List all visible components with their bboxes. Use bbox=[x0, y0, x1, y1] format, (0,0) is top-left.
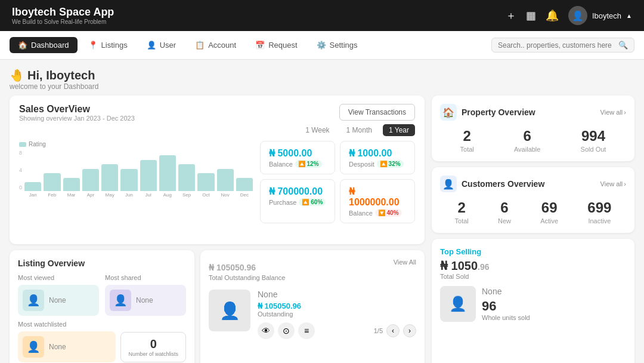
calendar-icon[interactable]: ▦ bbox=[526, 9, 536, 22]
property-available-label: Available bbox=[514, 146, 540, 153]
bar-group: Feb bbox=[44, 173, 60, 198]
customers-total-label: Total bbox=[455, 217, 469, 224]
balance-item-thumb: 👤 bbox=[209, 290, 250, 331]
y-label-8: 8 bbox=[19, 150, 22, 156]
bar-x-label: Oct bbox=[202, 192, 209, 198]
metric-balance2-label: Balance 🔽 40% bbox=[349, 209, 406, 217]
most-shared-thumb: 👤 bbox=[110, 290, 131, 311]
metric-deposit-badge: 🔼 32% bbox=[377, 160, 404, 168]
user-profile[interactable]: 👤 Iboytech ▲ bbox=[568, 6, 632, 25]
search-input[interactable] bbox=[498, 41, 615, 50]
customers-overview-card: 👤 Customers Overview View all › 2 Total … bbox=[432, 167, 634, 233]
top-selling-thumb: 👤 bbox=[440, 286, 476, 322]
metric-deposit-label: Desposit 🔼 32% bbox=[349, 160, 406, 168]
top-selling-units: 96 bbox=[482, 299, 530, 314]
filter-1year[interactable]: 1 Year bbox=[383, 124, 415, 136]
nav-item-dashboard[interactable]: 🏠 Dashboard bbox=[10, 37, 78, 53]
balance-decimal: .96 bbox=[244, 263, 256, 272]
notification-icon[interactable]: 🔔 bbox=[546, 9, 559, 22]
nav-label-dashboard: Dashboard bbox=[31, 41, 69, 50]
most-viewed-thumb: 👤 bbox=[23, 290, 44, 311]
navigation: 🏠 Dashboard 📍 Listings 👤 User 📋 Account … bbox=[0, 31, 644, 60]
nav-item-listings[interactable]: 📍 Listings bbox=[80, 37, 136, 53]
bar-x-label: Jun bbox=[125, 192, 133, 198]
listing-overview-card: Listing Overview Most viewed 👤 None Most… bbox=[10, 250, 194, 363]
avatar: 👤 bbox=[568, 6, 587, 25]
sales-overview-card: Sales OverView Showing overview Jan 2023… bbox=[10, 96, 425, 244]
view-icon-btn[interactable]: ⊙ bbox=[278, 322, 295, 339]
customers-active: 69 Active bbox=[540, 199, 558, 224]
balance-view-all[interactable]: View All bbox=[394, 259, 416, 266]
view-transactions-button[interactable]: View Transactions bbox=[339, 104, 415, 121]
header-actions: ＋ ▦ 🔔 👤 Iboytech ▲ bbox=[506, 6, 632, 25]
chevron-right-icon: › bbox=[624, 109, 626, 116]
nav-label-user: User bbox=[160, 41, 176, 50]
y-label-0: 0 bbox=[19, 184, 22, 190]
property-header: 🏠 Property Overview View all › bbox=[440, 104, 626, 121]
customers-chevron-right-icon: › bbox=[624, 180, 626, 187]
list-icon-btn[interactable]: ≡ bbox=[298, 322, 315, 339]
metric-balance-badge: 🔼 12% bbox=[295, 160, 322, 168]
property-available-value: 6 bbox=[514, 128, 540, 144]
most-shared-item: 👤 None bbox=[105, 285, 186, 316]
watchlisted-name: None bbox=[49, 343, 66, 351]
pagination-next[interactable]: › bbox=[403, 324, 416, 337]
app-tagline: We Build to Solve Real-life Problem bbox=[12, 19, 114, 25]
watchlisted-thumb: 👤 bbox=[23, 336, 44, 358]
add-icon[interactable]: ＋ bbox=[506, 8, 516, 23]
nav-label-listings: Listings bbox=[101, 41, 128, 50]
pagination-text: 1/5 bbox=[374, 327, 383, 334]
greeting-title: 🤚 Hi, Iboytech bbox=[10, 68, 634, 82]
top-selling-info: None 96 Whole units sold bbox=[482, 287, 530, 321]
bar-group: Mar bbox=[63, 178, 80, 198]
customers-icon: 👤 bbox=[440, 176, 457, 192]
bar-group: Jan bbox=[24, 182, 41, 198]
balance-amount: ₦ 105050.96 bbox=[209, 259, 285, 274]
chart-bar bbox=[101, 164, 118, 191]
time-filters: 1 Week 1 Month 1 Year bbox=[19, 124, 415, 136]
bar-x-label: Aug bbox=[163, 192, 172, 198]
pagination-prev[interactable]: ‹ bbox=[386, 324, 400, 337]
balance-label: Total Outstanding Balance bbox=[209, 274, 285, 281]
chart-bar bbox=[24, 182, 41, 191]
property-soldout: 994 Sold Out bbox=[581, 128, 606, 153]
metric-deposit: ₦ 1000.00 Desposit 🔼 32% bbox=[340, 141, 415, 174]
customers-new-label: New bbox=[498, 217, 511, 224]
customers-inactive-label: Inactive bbox=[587, 217, 611, 224]
bar-x-label: Nov bbox=[221, 192, 230, 198]
sales-chart: Rating 8 4 0 JanFebMarAprMayJunJulAugSep… bbox=[19, 141, 253, 223]
property-view-all[interactable]: View all › bbox=[600, 109, 626, 116]
app-title: Iboytech Space App bbox=[12, 6, 114, 19]
customers-active-value: 69 bbox=[540, 199, 558, 216]
outstanding-balance-card: ₦ 105050.96 Total Outstanding Balance Vi… bbox=[200, 250, 425, 363]
nav-item-user[interactable]: 👤 User bbox=[138, 37, 184, 53]
metric-deposit-amount: ₦ 1000.00 bbox=[349, 147, 406, 159]
balance-detail-amount: ₦ 105050.96 bbox=[258, 302, 416, 310]
property-stats: 2 Total 6 Available 994 Sold Out bbox=[440, 128, 626, 153]
customers-view-all[interactable]: View all › bbox=[600, 180, 626, 187]
customers-inactive: 699 Inactive bbox=[587, 199, 611, 224]
most-shared-label: Most shared bbox=[105, 274, 186, 281]
nav-item-request[interactable]: 📅 Request bbox=[247, 37, 305, 53]
top-selling-units-label: Whole units sold bbox=[482, 314, 530, 321]
metric-balance-label: Balance 🔼 12% bbox=[269, 160, 326, 168]
legend-box bbox=[19, 142, 26, 147]
pagination: 1/5 ‹ › bbox=[374, 324, 416, 337]
watchlist-count-card: 0 Number of watchlists bbox=[120, 332, 186, 362]
filter-1month[interactable]: 1 Month bbox=[340, 124, 378, 136]
bar-group: Apr bbox=[82, 169, 99, 198]
nav-item-account[interactable]: 📋 Account bbox=[187, 37, 244, 53]
bar-group: Dec bbox=[236, 178, 253, 198]
property-overview-card: 🏠 Property Overview View all › 2 Total 6… bbox=[432, 96, 634, 161]
filter-1week[interactable]: 1 Week bbox=[299, 124, 335, 136]
nav-item-settings[interactable]: ⚙️ Settings bbox=[308, 37, 366, 53]
eye-icon-btn[interactable]: 👁 bbox=[258, 322, 274, 339]
top-selling-label: Top Selling bbox=[440, 247, 626, 256]
metric-purchase-badge: 🔼 60% bbox=[299, 198, 326, 206]
metrics-grid: ₦ 5000.00 Balance 🔼 12% ₦ 1000.00 Despos… bbox=[260, 141, 415, 223]
metric-purchase-label: Purchase 🔼 60% bbox=[269, 198, 326, 206]
search-bar[interactable]: 🔍 bbox=[491, 38, 634, 53]
top-selling-item: 👤 None 96 Whole units sold bbox=[440, 286, 626, 322]
watchlist-label: Number of watchlists bbox=[128, 351, 178, 357]
bar-group: Sep bbox=[178, 164, 195, 198]
